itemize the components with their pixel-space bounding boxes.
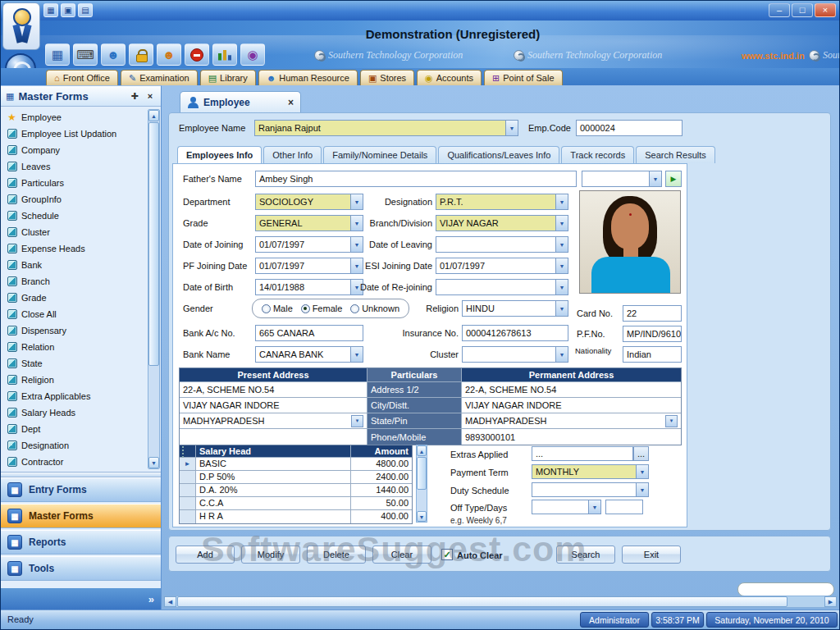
add-button[interactable]: Add: [176, 546, 235, 564]
chevron-down-icon[interactable]: [350, 237, 363, 252]
tab-search-results[interactable]: Search Results: [636, 146, 715, 163]
extras-applied-field[interactable]: ...: [532, 446, 633, 461]
nav-overflow-chevron[interactable]: [1, 588, 161, 609]
insurance-field[interactable]: 0000412678613: [462, 325, 568, 341]
chevron-down-icon[interactable]: [636, 465, 648, 478]
sidebar-item-groupinfo[interactable]: GroupInfo: [1, 191, 148, 208]
sidebar-item-contractor[interactable]: Contractor: [1, 454, 148, 470]
sidebar-item-grade[interactable]: Grade: [1, 290, 148, 306]
chevron-down-icon[interactable]: [555, 258, 568, 273]
tab-family-nominee-details[interactable]: Family/Nominee Details: [323, 146, 436, 163]
permanent-city-cell[interactable]: VIJAY NAGAR INDORE: [462, 398, 681, 413]
settings-icon[interactable]: ▤: [78, 3, 93, 17]
salary-row[interactable]: C.C.A 50.00: [180, 497, 412, 510]
nav-master-forms[interactable]: Master Forms: [1, 504, 161, 528]
nav-entry-forms[interactable]: Entry Forms: [1, 477, 161, 502]
tab-library[interactable]: Library: [200, 70, 256, 85]
keyboard-icon[interactable]: ⌨: [73, 43, 98, 66]
sidebar-item-expense-heads[interactable]: Expense Heads: [1, 240, 148, 257]
chevron-down-icon[interactable]: [555, 216, 568, 231]
esi-joining-select[interactable]: 01/07/1997: [436, 258, 568, 274]
sidebar-item-schedule[interactable]: Schedule: [1, 208, 148, 224]
chevron-down-icon[interactable]: [555, 347, 568, 362]
sidebar-item-cluster[interactable]: Cluster: [1, 224, 148, 240]
tab-front-office[interactable]: Front Office: [46, 70, 118, 85]
scroll-thumb[interactable]: [417, 457, 427, 490]
permanent-phone-cell[interactable]: 9893000101: [462, 429, 681, 445]
chevron-down-icon[interactable]: [351, 415, 363, 427]
sidebar-item-leaves[interactable]: Leaves: [1, 158, 148, 175]
date-of-birth-select[interactable]: 14/01/1988: [255, 279, 363, 295]
exit-button[interactable]: Exit: [622, 546, 681, 564]
maximize-button[interactable]: □: [792, 3, 813, 17]
sidebar-item-salary-heads[interactable]: Salary Heads: [1, 404, 148, 421]
present-phone-cell[interactable]: [180, 429, 368, 445]
app-logo-frame[interactable]: [2, 2, 40, 50]
scroll-thumb[interactable]: [148, 122, 159, 366]
salary-row[interactable]: D.A. 20% 1440.00: [180, 484, 412, 497]
salary-row[interactable]: H R A 400.00: [180, 510, 412, 523]
tab-stores[interactable]: Stores: [360, 70, 414, 85]
horizontal-scrollbar[interactable]: [163, 596, 838, 608]
sidebar-item-dispensary[interactable]: Dispensary: [1, 322, 148, 339]
tab-close-icon[interactable]: [288, 97, 294, 108]
gender-option-male[interactable]: Male: [262, 304, 293, 313]
users-icon[interactable]: ☻: [157, 43, 181, 66]
sidebar-item-extra-applicables[interactable]: Extra Applicables: [1, 388, 148, 404]
nationality-field[interactable]: Indian: [623, 346, 682, 363]
scroll-down-icon[interactable]: [148, 457, 159, 468]
nav-tools[interactable]: Tools: [1, 556, 161, 581]
designation-select[interactable]: P.R.T.: [436, 194, 568, 210]
search-button[interactable]: Search: [556, 546, 615, 564]
chevron-down-icon[interactable]: [555, 237, 568, 252]
bank-ac-field[interactable]: 665 CANARA: [255, 325, 363, 341]
chevron-down-icon[interactable]: [555, 280, 568, 294]
chevron-down-icon[interactable]: [649, 171, 661, 186]
present-address1-cell[interactable]: 22-A, SCHEME NO.54: [180, 382, 368, 398]
pf-no-field[interactable]: MP/IND/9610,: [623, 326, 682, 342]
salary-scrollbar[interactable]: [416, 445, 427, 523]
nav-splitter[interactable]: [1, 472, 161, 477]
tab-other-info[interactable]: Other Info: [263, 146, 322, 163]
card-no-field[interactable]: 22: [623, 305, 682, 322]
off-type-select[interactable]: [532, 500, 601, 514]
sidebar-item-bank[interactable]: Bank: [1, 257, 148, 273]
date-of-joining-select[interactable]: 01/07/1997: [255, 236, 363, 253]
close-button[interactable]: ×: [815, 3, 836, 17]
chevron-down-icon[interactable]: [350, 194, 363, 209]
auto-clear-checkbox[interactable]: [441, 549, 453, 560]
nav-reports[interactable]: Reports: [1, 530, 161, 555]
present-city-cell[interactable]: VIJAY NAGAR INDORE: [180, 398, 368, 413]
scroll-up-icon[interactable]: [148, 110, 159, 121]
scroll-right-icon[interactable]: [824, 596, 837, 607]
chevron-down-icon[interactable]: [505, 121, 518, 135]
permanent-state-cell[interactable]: MADHYAPRADESH: [462, 413, 681, 429]
chevron-down-icon[interactable]: [350, 347, 363, 362]
chevron-down-icon[interactable]: [665, 415, 678, 427]
date-of-rejoining-select[interactable]: [436, 279, 568, 295]
sidebar-item-branch[interactable]: Branch: [1, 273, 148, 290]
window-icon[interactable]: ▣: [61, 3, 75, 17]
clear-button[interactable]: Clear: [372, 546, 431, 564]
permanent-address1-cell[interactable]: 22-A, SCHEME NO.54: [462, 382, 681, 398]
sidebar-item-dept[interactable]: Dept: [1, 421, 148, 437]
payment-term-select[interactable]: MONTHLY: [532, 464, 649, 479]
photo-select[interactable]: [582, 171, 662, 187]
calculator-icon[interactable]: ▦: [45, 43, 70, 66]
scroll-thumb[interactable]: [177, 596, 788, 607]
sidebar-item-company[interactable]: Company: [1, 142, 148, 158]
sidebar-item-state[interactable]: State: [1, 355, 148, 372]
sidebar-item-designation[interactable]: Designation: [1, 437, 148, 454]
pf-joining-select[interactable]: 01/07/1997: [255, 258, 363, 274]
present-state-cell[interactable]: MADHYAPRADESH: [180, 413, 368, 429]
sidebar-item-employee[interactable]: Employee: [1, 109, 148, 126]
department-select[interactable]: SOCIOLOGY: [255, 194, 363, 210]
sidebar-item-religion[interactable]: Religion: [1, 372, 148, 388]
off-days-field[interactable]: [605, 500, 643, 514]
sidebar-close-icon[interactable]: [144, 91, 156, 101]
date-of-leaving-select[interactable]: [436, 236, 568, 253]
chevron-down-icon[interactable]: [555, 194, 568, 209]
chevron-down-icon[interactable]: [555, 301, 568, 316]
pin-icon[interactable]: [129, 91, 140, 102]
chart-icon[interactable]: [212, 43, 237, 66]
